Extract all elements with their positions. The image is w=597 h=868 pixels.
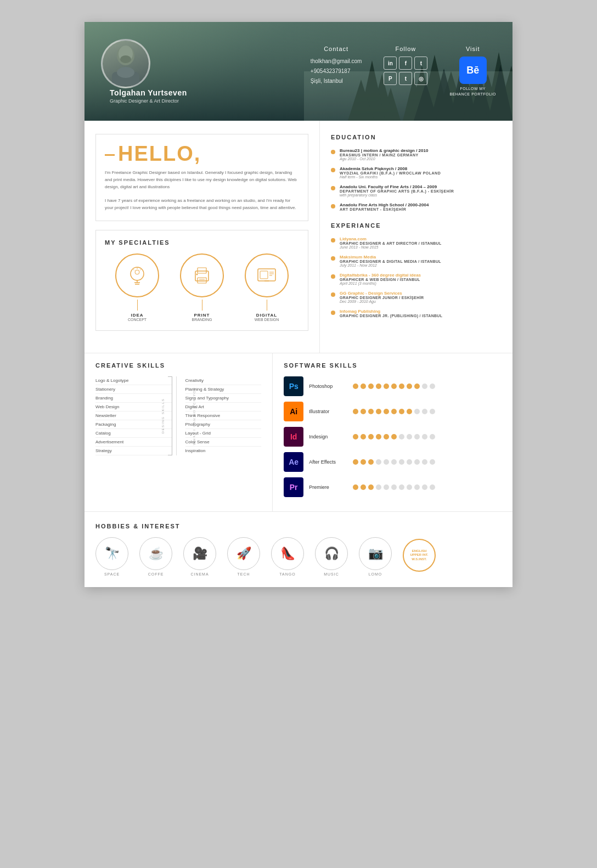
linkedin-icon[interactable]: in (384, 57, 397, 70)
dot-empty (430, 459, 435, 465)
hobby-cinema: 🎥 CINEMA (183, 537, 216, 576)
dot-filled (361, 384, 366, 389)
social-grid: in f t P t ◎ (384, 57, 427, 85)
svg-point-24 (117, 67, 134, 78)
dot-empty (407, 459, 412, 465)
creative-skills-section: CREATIVE SKILLS Logo & LogotypeStationer… (85, 353, 273, 511)
exp-content: Lidyana.com GRAPHIC DESIGNER & ART DIREC… (340, 236, 442, 249)
avatar (101, 39, 150, 88)
dot-empty (407, 434, 412, 439)
software-skills-section: SOFTWARE SKILLS Ps Photoshop Ai Illustra… (273, 353, 512, 511)
dot-empty (384, 459, 389, 465)
svg-point-29 (135, 270, 139, 274)
pinterest-icon[interactable]: P (384, 72, 397, 85)
dot-filled (368, 434, 374, 439)
exp-dot (331, 311, 335, 315)
software-row: Ae After Effects (284, 452, 502, 472)
software-name: Illustrator (309, 409, 347, 414)
dot-filled (368, 384, 374, 389)
skill-item-b: Planning & Strategy (185, 385, 262, 394)
follow-label: Follow (384, 46, 427, 52)
edu-dot (331, 168, 335, 172)
specialty-idea: IDEA CONCEPT (115, 253, 159, 322)
instagram-icon[interactable]: ◎ (414, 72, 427, 85)
tumblr-icon[interactable]: t (399, 72, 412, 85)
exp-content: Digitalfabrika - 360 degree digital idea… (340, 273, 421, 285)
edu-name: Akademia Sztuk Pięknych / 2008 (340, 166, 441, 171)
dot-filled (391, 434, 397, 439)
software-skills-title: SOFTWARE SKILLS (284, 362, 502, 369)
edu-date: with preparatory class (340, 193, 454, 197)
dot-empty (391, 459, 397, 465)
education-item: Akademia Sztuk Pięknych / 2008 WYDZIAŁ G… (331, 166, 502, 179)
edu-dot (331, 186, 335, 190)
phone: +905432379187 (311, 66, 362, 76)
dot-filled (399, 409, 404, 414)
skills-row: CREATIVE SKILLS Logo & LogotypeStationer… (85, 353, 512, 511)
dots-row (353, 384, 435, 389)
dot-filled (414, 384, 420, 389)
exp-content: GG Graphic - Design Services GRAPHIC DES… (340, 291, 424, 303)
dot-filled (391, 409, 397, 414)
edu-name: Bureau23 | motion & graphic design / 201… (340, 148, 428, 153)
hobby-lomo: 📷 LOMO (359, 537, 392, 576)
hobby-label: CINEMA (183, 572, 216, 576)
dot-filled (368, 409, 374, 414)
edu-date: Agu 2010 - Oct 2010 (340, 157, 428, 161)
skill-item-b: Photography (185, 420, 262, 429)
exp-date: July 2011 - Now 2012 (340, 263, 441, 267)
exp-role: GRAPHIC DESIGNER JUNIOR / ESKİŞEHİR (340, 296, 424, 300)
exp-dot (331, 292, 335, 297)
dot-empty (414, 434, 420, 439)
dot-filled (368, 484, 374, 490)
hello-section: HELLO, I'm Freelance Graphic Designer ba… (95, 134, 308, 221)
software-row: Ps Photoshop (284, 376, 502, 396)
edu-name: Anadolu Uni. Faculty of Fine Arts / 2004… (340, 184, 454, 189)
software-row: Pr Premiere (284, 477, 502, 497)
resume-document: Tolgahan Yurtseven Graphic Designer & Ar… (85, 22, 512, 587)
skill-item-a: Strategy (95, 447, 172, 455)
software-name: Photoshop (309, 384, 347, 389)
exp-name: GG Graphic - Design Services (340, 291, 424, 296)
skills-col-a-wrap: Logo & LogotypeStationeryBrandingWeb Des… (95, 376, 172, 455)
hobbies-section: HOBBIES & INTEREST 🔭 SPACE ☕ COFFE 🎥 CIN… (85, 511, 512, 587)
dot-empty (414, 484, 420, 490)
visit-section: Visit Bē FOLLOW MYBEHANCE PORTFOLIO (449, 46, 496, 97)
exp-role: GRAPHIC DESIGNER & ART DIRECTOR / ISTANB… (340, 241, 442, 245)
twitter-icon[interactable]: t (414, 57, 427, 70)
hobbies-title: HOBBIES & INTEREST (95, 523, 502, 529)
dot-filled (353, 484, 358, 490)
behance-text: FOLLOW MYBEHANCE PORTFOLIO (449, 86, 496, 97)
exp-role: GRAPHIC DESIGNER JR. (PUBLISHING) / ISTA… (340, 314, 442, 318)
visit-label: Visit (449, 46, 496, 52)
contact-section: Contact tholkhan@gmail.com +905432379187… (311, 46, 362, 86)
experience-item: Infomag Publishing GRAPHIC DESIGNER JR. … (331, 309, 502, 318)
hello-dash (105, 154, 115, 156)
idea-label: IDEA (115, 313, 159, 318)
facebook-icon[interactable]: f (399, 57, 412, 70)
education-list: Bureau23 | motion & graphic design / 201… (331, 148, 502, 211)
hobby-label: TECH (227, 572, 260, 576)
hello-title: HELLO, (105, 143, 299, 164)
skill-item-b: Digital Art (185, 403, 262, 412)
right-column: EDUCATION Bureau23 | motion & graphic de… (320, 121, 512, 353)
location: Şişli, Istanbul (311, 76, 362, 86)
header-content: Tolgahan Yurtseven Graphic Designer & Ar… (101, 39, 496, 104)
dots-row (353, 409, 435, 414)
svg-rect-40 (260, 271, 268, 279)
dot-filled (384, 409, 389, 414)
digital-circle (245, 253, 289, 297)
education-title: EDUCATION (331, 134, 502, 140)
left-column: HELLO, I'm Freelance Graphic Designer ba… (85, 121, 320, 353)
software-icon-id: Id (284, 427, 303, 447)
skill-item-a: Branding (95, 394, 172, 403)
exp-name: Lidyana.com (340, 236, 442, 241)
edu-sub: ART DEPARTMENT - ESKİŞEHİR (340, 207, 429, 211)
dot-empty (422, 434, 427, 439)
specialties-title: MY SPECIALTIES (105, 239, 299, 246)
name-area: Tolgahan Yurtseven Graphic Designer & Ar… (110, 88, 187, 104)
behance-icon[interactable]: Bē (459, 57, 487, 84)
specialties-section: MY SPECIALTIES (95, 230, 308, 331)
skill-item-a: Stationery (95, 385, 172, 394)
hobby-english: ENGLISHUPPER INT.W.S.INST. (403, 539, 436, 574)
